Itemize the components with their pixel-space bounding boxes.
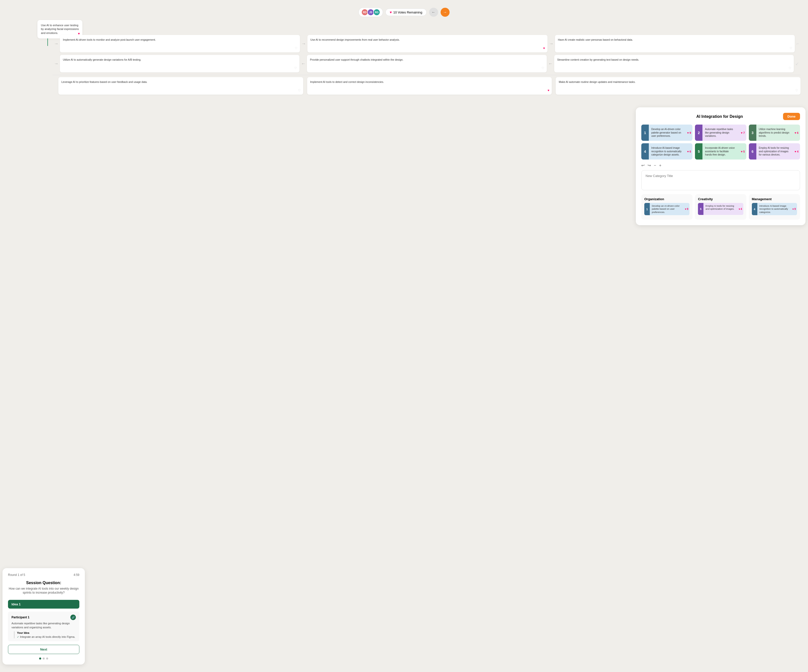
card-3-3-heart[interactable]: ♡ (795, 89, 798, 93)
rank-num-4: 4 (641, 143, 649, 159)
card-3-1: Leverage AI to prioritize features based… (58, 77, 303, 95)
prev-button[interactable]: ← (429, 8, 438, 17)
cat-management-num-1: 4 (752, 203, 757, 215)
rank-num-3: 3 (749, 125, 756, 141)
card-1-2: Use AI to recommend design improvements … (307, 35, 548, 52)
cat-creativity: Creativity 6 Employ AI tools for resizin… (695, 194, 746, 220)
ranked-grid: 1 Develop an AI-driven color palette gen… (641, 125, 800, 159)
ranked-card-4: 4 Introduce AI-based image recognition t… (641, 143, 693, 159)
ranked-card-2: 2 Automate repetitive tasks like generat… (695, 125, 746, 141)
cat-management-title: Management (752, 197, 797, 201)
votes-pill: ♥ 10 Votes Remaining (386, 8, 427, 16)
rank-content-1: Develop an AI-driven color palette gener… (649, 125, 686, 141)
card-2-1: Utilize AI to automatically generate des… (60, 55, 299, 72)
arrow-2-1: ← (299, 61, 307, 67)
card-2-3: Streamline content creation by generatin… (554, 55, 794, 72)
card-3-3-text: Make AI automate routine design updates … (559, 80, 636, 84)
next-button-round[interactable]: Next (8, 645, 79, 654)
cards-section: Use AI to enhance user testing by analyz… (52, 22, 801, 97)
done-button[interactable]: Done (783, 113, 800, 120)
card-2-2-text: Provide personalized user support throug… (310, 58, 403, 61)
heart-icon: ♥ (390, 10, 392, 14)
participant-block: Participant 1 🔗 Automate repetitive task… (8, 612, 79, 641)
rank-content-6: Employ AI tools for resizing and optimiz… (756, 143, 793, 159)
zoom-out-button[interactable]: − (654, 163, 656, 168)
idea-label: Idea 1 (12, 602, 21, 606)
card-2-3-heart[interactable]: ♡ (788, 66, 791, 70)
rank-votes-4: ♥ 6 (686, 148, 693, 155)
dot-1 (39, 657, 41, 660)
card-2-1-heart[interactable]: ♡ (294, 66, 297, 70)
cat-organization: Organization 1 Develop an AI-driven colo… (641, 194, 693, 220)
rank-votes-5: ♥ 5 (740, 148, 746, 155)
rank-content-2: Automate repetitive tasks like generatin… (703, 125, 740, 141)
card-1-3-heart[interactable]: ♡ (790, 46, 792, 50)
card-2-2-heart[interactable]: ♡ (541, 66, 544, 70)
rank-num-1: 1 (641, 125, 649, 141)
your-idea-label: Your Idea (17, 631, 76, 634)
rank-num-2: 2 (695, 125, 703, 141)
link-icon[interactable]: 🔗 (70, 615, 76, 620)
rank-content-5: Incorporate AI-driven voice assistants t… (703, 143, 740, 159)
idea-block: Idea 1 (8, 600, 79, 608)
cat-management: Management 4 Introduce AI-based image re… (749, 194, 800, 220)
session-question: Session Question: How can we integrate A… (8, 581, 79, 595)
ai-panel-title: AI Integration for Design (656, 114, 783, 119)
card-3-2: Implement AI tools to detect and correct… (307, 77, 552, 95)
bottom-categories: Organization 1 Develop an AI-driven colo… (641, 194, 800, 220)
card-row-1: → Implement AI-driven tools to monitor a… (52, 35, 801, 52)
card-1-3: Have AI create realistic user personas b… (555, 35, 795, 52)
ranked-card-1: 1 Develop an AI-driven color palette gen… (641, 125, 693, 141)
rank-num-6: 6 (749, 143, 756, 159)
cat-management-text-1: Introduce AI-based image recognition to … (757, 203, 791, 215)
ranked-card-3: 3 Utilize machine learning algorithms to… (749, 125, 800, 141)
cat-management-votes-1: ♥ 9 (791, 207, 797, 211)
rank-votes-1: ♥ 9 (686, 129, 693, 136)
your-idea-text: Integrate an array AI tools directly int… (17, 635, 76, 638)
dot-2 (43, 657, 45, 660)
arrow-1-3: ⌐ (795, 41, 801, 47)
card-3-2-text: Implement AI tools to detect and correct… (310, 80, 384, 84)
rank-content-4: Introduce AI-based image recognition to … (649, 143, 686, 159)
card-1-3-text: Have AI create realistic user personas b… (558, 38, 633, 41)
ranked-card-5: 5 Incorporate AI-driven voice assistants… (695, 143, 746, 159)
card-1-1: Implement AI-driven tools to monitor and… (60, 35, 300, 52)
participant-name: Participant 1 🔗 (12, 615, 76, 620)
cat-org-num-1: 1 (644, 203, 650, 215)
avatar-rg: RG (373, 9, 380, 16)
cat-creativity-votes-1: ♥ 4 (737, 207, 743, 211)
ai-panel: AI Integration for Design Done 1 Develop… (636, 107, 806, 225)
session-question-title: Session Question: (8, 581, 79, 585)
card-2-3-text: Streamline content creation by generatin… (557, 58, 639, 61)
card-3-1-heart[interactable]: ♡ (298, 89, 301, 93)
card-1-2-heart[interactable]: ♥ (543, 46, 545, 50)
cat-org-votes-1: ♥ 9 (684, 207, 690, 211)
card-1-2-text: Use AI to recommend design improvements … (311, 38, 400, 41)
voting-bar: RD JS RG ♥ 10 Votes Remaining ← → (359, 7, 450, 17)
rank-num-5: 5 (695, 143, 703, 159)
rank-votes-3: ♥ 6 (793, 129, 800, 136)
cat-creativity-title: Creativity (698, 197, 743, 201)
redo-button[interactable]: ↪ (648, 163, 651, 168)
undo-button[interactable]: ↩ (641, 163, 644, 168)
ranked-card-6: 6 Employ AI tools for resizing and optim… (749, 143, 800, 159)
card-2-2: Provide personalized user support throug… (307, 55, 546, 72)
zoom-in-button[interactable]: + (659, 163, 661, 168)
cat-creativity-item-1: 6 Employ AI tools for resizing and optim… (698, 203, 743, 215)
card-3-2-heart[interactable]: ♥ (548, 89, 549, 93)
next-button[interactable]: → (441, 8, 449, 17)
round-card: Round 1 of 5 4:59 Session Question: How … (2, 568, 85, 665)
votes-label: 10 Votes Remaining (393, 10, 422, 14)
progress-dots (8, 657, 79, 660)
card-1-1-heart[interactable]: ♡ (295, 46, 297, 50)
cat-creativity-num-1: 6 (698, 203, 703, 215)
card-3-1-text: Leverage AI to prioritize features based… (62, 80, 147, 84)
arrow-1-1: → (300, 41, 307, 47)
timer: 4:59 (73, 573, 79, 577)
round-header: Round 1 of 5 4:59 (8, 573, 79, 577)
arrow-2-0: → (52, 61, 60, 67)
toolbar: ↩ ↪ − + (641, 163, 800, 168)
new-category-input[interactable] (641, 170, 800, 190)
cat-org-item-1: 1 Develop an AI-driven color palette bas… (644, 203, 689, 215)
rank-votes-2: ♥ 7 (740, 129, 746, 136)
